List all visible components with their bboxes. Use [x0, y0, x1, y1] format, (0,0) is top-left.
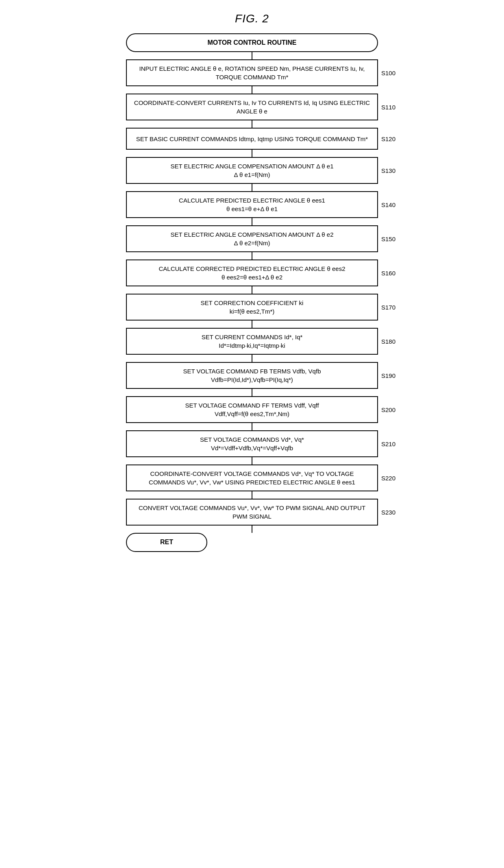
connector [252, 120, 252, 128]
step-row-s120: SET BASIC CURRENT COMMANDS Idtmp, Iqtmp … [93, 128, 411, 150]
connector [252, 423, 252, 430]
step-box-s170: SET CORRECTION COEFFICIENT ki ki=f(θ ees… [126, 294, 378, 321]
step-row-s190: SET VOLTAGE COMMAND FB TERMS Vdfb, Vqfb … [93, 362, 411, 389]
step-label-s220: S220 [378, 475, 411, 482]
step-box-s200: SET VOLTAGE COMMAND FF TERMS Vdff, Vqff … [126, 396, 378, 423]
step-box-s110: COORDINATE-CONVERT CURRENTS Iu, Iv TO CU… [126, 94, 378, 120]
step-label-s190: S190 [378, 372, 411, 379]
step-box-s100: INPUT ELECTRIC ANGLE θ e, ROTATION SPEED… [126, 59, 378, 86]
connector [252, 252, 252, 260]
step-box-s180: SET CURRENT COMMANDS Id*, Iq* Id*=Idtmp·… [126, 328, 378, 355]
step-label-s110: S110 [378, 104, 411, 111]
connector [252, 491, 252, 499]
step-row-s100: INPUT ELECTRIC ANGLE θ e, ROTATION SPEED… [93, 59, 411, 86]
step-box-s210: SET VOLTAGE COMMANDS Vd*, Vq* Vd*=Vdff+V… [126, 430, 378, 457]
connector [252, 286, 252, 294]
step-label-s120: S120 [378, 135, 411, 142]
step-box-s130: SET ELECTRIC ANGLE COMPENSATION AMOUNT Δ… [126, 157, 378, 184]
step-row-s160: CALCULATE CORRECTED PREDICTED ELECTRIC A… [93, 260, 411, 286]
step-row-s220: COORDINATE-CONVERT VOLTAGE COMMANDS Vd*,… [93, 465, 411, 491]
step-label-s100: S100 [378, 70, 411, 76]
step-box-s190: SET VOLTAGE COMMAND FB TERMS Vdfb, Vqfb … [126, 362, 378, 389]
connector [252, 355, 252, 362]
step-box-s120: SET BASIC CURRENT COMMANDS Idtmp, Iqtmp … [126, 128, 378, 150]
step-label-s230: S230 [378, 509, 411, 516]
step-row-s130: SET ELECTRIC ANGLE COMPENSATION AMOUNT Δ… [93, 157, 411, 184]
step-label-s160: S160 [378, 270, 411, 277]
step-box-s150: SET ELECTRIC ANGLE COMPENSATION AMOUNT Δ… [126, 225, 378, 252]
step-box-s160: CALCULATE CORRECTED PREDICTED ELECTRIC A… [126, 260, 378, 286]
step-label-s180: S180 [378, 338, 411, 345]
end-row: RET [93, 533, 411, 552]
connector [252, 150, 252, 157]
step-row-s180: SET CURRENT COMMANDS Id*, Iq* Id*=Idtmp·… [93, 328, 411, 355]
start-box: MOTOR CONTROL ROUTINE [126, 33, 378, 52]
step-row-s200: SET VOLTAGE COMMAND FF TERMS Vdff, Vqff … [93, 396, 411, 423]
step-label-s130: S130 [378, 167, 411, 174]
connector [252, 218, 252, 225]
step-label-s170: S170 [378, 304, 411, 311]
connector [252, 321, 252, 328]
connector [252, 86, 252, 94]
page-title: FIG. 2 [235, 12, 269, 25]
end-box: RET [126, 533, 207, 552]
connector [252, 389, 252, 396]
connector [252, 52, 252, 59]
step-row-s230: CONVERT VOLTAGE COMMANDS Vu*, Vv*, Vw* T… [93, 499, 411, 526]
step-row-s150: SET ELECTRIC ANGLE COMPENSATION AMOUNT Δ… [93, 225, 411, 252]
step-box-s220: COORDINATE-CONVERT VOLTAGE COMMANDS Vd*,… [126, 465, 378, 491]
step-box-s230: CONVERT VOLTAGE COMMANDS Vu*, Vv*, Vw* T… [126, 499, 378, 526]
step-label-s140: S140 [378, 201, 411, 208]
flowchart: MOTOR CONTROL ROUTINE INPUT ELECTRIC ANG… [93, 33, 411, 552]
step-row-s110: COORDINATE-CONVERT CURRENTS Iu, Iv TO CU… [93, 94, 411, 120]
step-label-s210: S210 [378, 441, 411, 447]
step-box-s140: CALCULATE PREDICTED ELECTRIC ANGLE θ ees… [126, 191, 378, 218]
step-row-s170: SET CORRECTION COEFFICIENT ki ki=f(θ ees… [93, 294, 411, 321]
start-row: MOTOR CONTROL ROUTINE [93, 33, 411, 52]
step-label-s200: S200 [378, 406, 411, 413]
connector [252, 526, 252, 533]
connector [252, 184, 252, 191]
connector [252, 457, 252, 465]
step-row-s140: CALCULATE PREDICTED ELECTRIC ANGLE θ ees… [93, 191, 411, 218]
step-row-s210: SET VOLTAGE COMMANDS Vd*, Vq* Vd*=Vdff+V… [93, 430, 411, 457]
step-label-s150: S150 [378, 236, 411, 242]
